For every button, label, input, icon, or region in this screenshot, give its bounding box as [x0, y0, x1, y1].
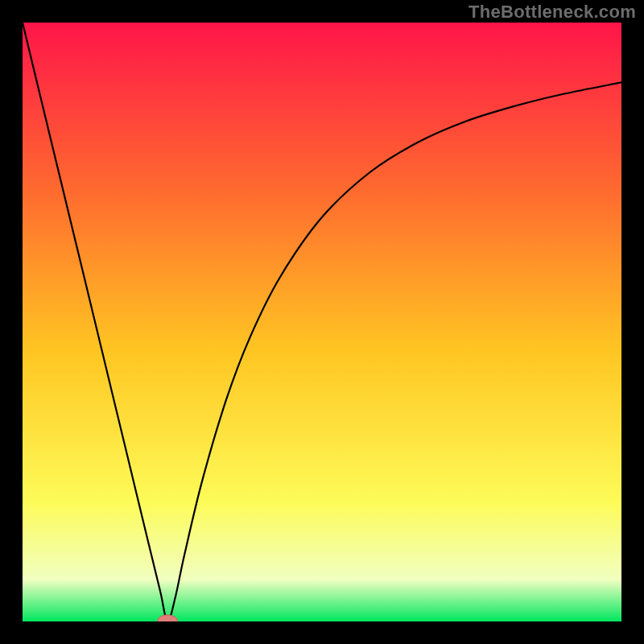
- gradient-background: [23, 23, 621, 621]
- chart-svg: [23, 23, 621, 621]
- watermark-text: TheBottleneck.com: [469, 2, 636, 23]
- chart-container: TheBottleneck.com: [0, 0, 644, 644]
- plot-area: [23, 23, 621, 621]
